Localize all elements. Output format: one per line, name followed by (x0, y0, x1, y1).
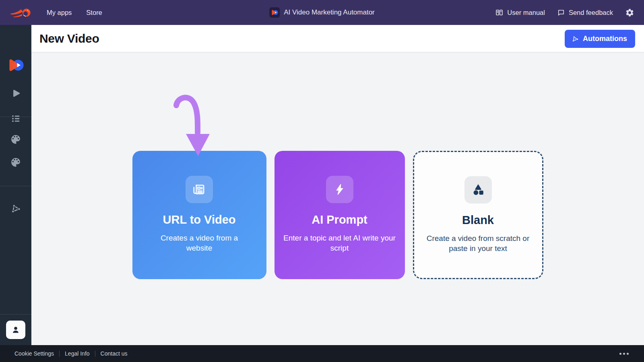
user-manual-link[interactable]: User manual (495, 8, 545, 17)
card-description: Create a video from scratch or paste in … (418, 234, 539, 253)
footer: Cookie Settings Legal Info Contact us (0, 345, 644, 362)
footer-link-contact-us[interactable]: Contact us (101, 350, 128, 357)
sidebar-item-palette-1[interactable] (10, 134, 21, 145)
sidebar-item-list[interactable] (10, 113, 21, 124)
play-icon (10, 87, 22, 99)
palette-icon (10, 134, 21, 145)
more-options-button[interactable] (619, 350, 630, 357)
ellipsis-icon (619, 353, 621, 355)
app-title: AI Video Marketing Automator (284, 8, 375, 16)
sidebar-item-palette-2[interactable] (10, 156, 21, 168)
ellipsis-icon (627, 353, 629, 355)
sidebar-item-videos[interactable] (10, 87, 22, 99)
topbar-app-identity: AI Video Marketing Automator (269, 0, 375, 25)
card-blank[interactable]: Blank Create a video from scratch or pas… (413, 151, 543, 279)
feedback-bubble-icon (557, 8, 565, 16)
sidebar-divider (0, 186, 31, 186)
person-icon (10, 325, 21, 335)
automations-icon (571, 35, 579, 43)
shapes-icon (464, 176, 492, 204)
topbar-right: User manual Send feedback (495, 8, 644, 17)
ellipsis-icon (623, 353, 625, 355)
sidebar (0, 25, 31, 345)
semrush-logo[interactable] (10, 6, 33, 19)
user-manual-label: User manual (507, 9, 545, 16)
card-ai-prompt[interactable]: AI Prompt Enter a topic and let AI write… (275, 151, 405, 279)
lightning-icon (326, 176, 353, 203)
card-url-to-video[interactable]: URL to Video Creates a video from a webs… (132, 151, 266, 279)
list-icon (10, 113, 21, 124)
card-description: Creates a video from a website (151, 233, 248, 253)
nav-item-store[interactable]: Store (86, 9, 102, 16)
sidebar-item-automations[interactable] (10, 203, 22, 215)
footer-link-legal-info[interactable]: Legal Info (65, 350, 90, 357)
automations-button[interactable]: Automations (565, 30, 635, 48)
palette-icon (10, 156, 21, 168)
nav-item-my-apps[interactable]: My apps (47, 9, 72, 16)
app-icon (269, 7, 280, 18)
gear-icon (625, 8, 634, 17)
automations-icon (10, 203, 22, 215)
send-feedback-link[interactable]: Send feedback (557, 8, 613, 16)
main-content: URL to Video Creates a video from a webs… (31, 52, 644, 345)
card-title: Blank (414, 214, 542, 227)
settings-button[interactable] (625, 8, 634, 17)
sidebar-divider (0, 117, 31, 117)
sidebar-divider (0, 314, 31, 315)
user-profile-button[interactable] (6, 321, 25, 339)
footer-divider (59, 351, 60, 357)
footer-link-cookie-settings[interactable]: Cookie Settings (14, 350, 54, 357)
page-title: New Video (39, 32, 99, 45)
automations-button-label: Automations (583, 35, 627, 43)
topbar-nav: My apps Store (47, 9, 102, 16)
footer-divider (95, 351, 95, 357)
book-icon (495, 8, 504, 17)
page-header: New Video Automations (31, 25, 644, 52)
newspaper-icon (186, 176, 213, 203)
topbar: My apps Store AI Video Marketing Automat… (0, 0, 644, 25)
card-title: AI Prompt (275, 213, 405, 226)
app-logo[interactable] (6, 57, 25, 73)
semrush-logo-icon (10, 6, 33, 19)
creation-cards: URL to Video Creates a video from a webs… (31, 52, 644, 279)
card-title: URL to Video (132, 213, 266, 226)
send-feedback-label: Send feedback (569, 9, 613, 16)
card-description: Enter a topic and let AI write your scri… (282, 233, 397, 253)
